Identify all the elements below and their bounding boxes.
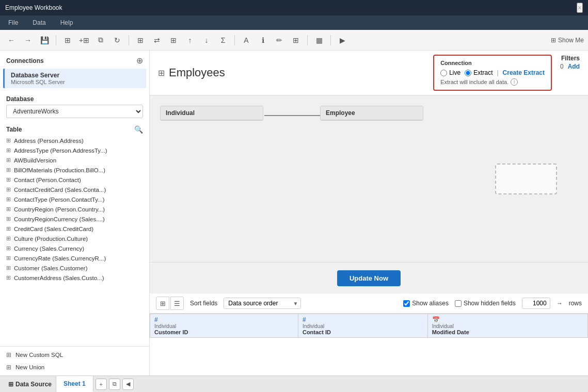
format-button[interactable]: ✏	[272, 33, 287, 47]
show-aliases-checkbox[interactable]: Show aliases	[403, 300, 449, 307]
table-icon: ⊞	[6, 196, 11, 203]
individual-card-title: Individual	[166, 109, 195, 117]
tooltip-button[interactable]: ℹ	[256, 33, 270, 47]
table-item[interactable]: ⊞Contact (Person.Contact)	[0, 175, 149, 185]
connection-box: Connection Live Extract | Create Extract	[433, 55, 552, 91]
custom-sql-icon: ⊞	[6, 351, 11, 358]
menu-help[interactable]: Help	[57, 17, 76, 28]
table-item[interactable]: ⊞Culture (Production.Culture)	[0, 234, 149, 243]
table-item[interactable]: ⊞CustomerAddress (Sales.Custo...)	[0, 273, 149, 283]
table-item[interactable]: ⊞AddressType (Person.AddressTy...)	[0, 145, 149, 155]
group-button[interactable]: ⊞	[166, 33, 181, 47]
connection-note-text: Extract will include all data.	[440, 79, 508, 85]
show-hidden-fields-checkbox[interactable]: Show hidden fields	[455, 300, 516, 307]
rows-input[interactable]: 1000	[522, 298, 550, 309]
col-icon-customer: #	[154, 316, 158, 323]
table-item[interactable]: ⊞BillOfMaterials (Production.BillO...)	[0, 165, 149, 175]
individual-card-header: Individual	[161, 106, 263, 120]
drop-zone[interactable]	[495, 164, 557, 194]
rows-cols-button[interactable]: ⊞	[133, 33, 148, 47]
table-search-button[interactable]: 🔍	[134, 125, 143, 134]
canvas-area: Individual Employee	[150, 95, 588, 263]
table-icon: ⊞	[6, 235, 11, 242]
show-hidden-fields-input[interactable]	[455, 300, 462, 307]
sheet1-tab[interactable]: Sheet 1	[56, 376, 93, 392]
new-union-button[interactable]: ⊞ New Union	[0, 361, 149, 373]
info-icon[interactable]: i	[511, 78, 518, 86]
duplicate-button[interactable]: ⧉	[93, 33, 108, 47]
back-button[interactable]: ←	[4, 33, 19, 47]
sort-select[interactable]: Data source order Alphabetical Name Fiel…	[224, 298, 301, 309]
show-aliases-input[interactable]	[403, 300, 410, 307]
table-item[interactable]: ⊞Customer (Sales.Customer)	[0, 263, 149, 273]
update-now-button[interactable]: Update Now	[337, 270, 401, 286]
present-button[interactable]: ▶	[335, 33, 349, 47]
table-icon: ⊞	[6, 216, 11, 222]
toolbar-sep-1	[56, 35, 56, 45]
extract-label: Extract	[473, 69, 492, 76]
extract-radio-input[interactable]	[465, 70, 471, 76]
show-hidden-fields-label: Show hidden fields	[464, 300, 516, 307]
label-button[interactable]: A	[239, 33, 253, 47]
connection-box-title: Connection	[440, 60, 545, 66]
database-header: Database	[0, 91, 149, 105]
sort-desc-button[interactable]: ↓	[199, 33, 214, 47]
new-datasource-button[interactable]: ⊞	[60, 33, 75, 47]
table-item[interactable]: ⊞ContactType (Person.ContactTy...)	[0, 194, 149, 204]
database-select[interactable]: AdventureWorks	[6, 105, 143, 118]
table-item[interactable]: ⊞Currency (Sales.Currency)	[0, 243, 149, 253]
size-button[interactable]: ⊞	[289, 33, 303, 47]
filters-add-button[interactable]: Add	[568, 63, 580, 70]
individual-table-card[interactable]: Individual	[160, 106, 263, 121]
menu-file[interactable]: File	[5, 17, 21, 28]
data-source-label: Data Source	[15, 381, 52, 388]
right-options: Show aliases Show hidden fields 1000 → r…	[403, 298, 582, 309]
left-panel: Connections ⊕ Database Server Microsoft …	[0, 51, 150, 375]
extract-radio[interactable]: Extract	[465, 69, 492, 76]
sort-asc-button[interactable]: ↑	[183, 33, 197, 47]
update-now-container: Update Now	[150, 263, 588, 293]
table-icon: ⊞	[6, 265, 11, 271]
table-item[interactable]: ⊞AWBuildVersion	[0, 155, 149, 165]
create-extract-link[interactable]: Create Extract	[503, 69, 545, 76]
main-layout: Connections ⊕ Database Server Microsoft …	[0, 51, 588, 375]
menu-data[interactable]: Data	[29, 17, 49, 28]
save-button[interactable]: 💾	[37, 33, 52, 47]
move-left-button[interactable]: ◀	[122, 379, 134, 390]
add-connection-button[interactable]: ⊕	[136, 56, 143, 66]
data-source-tab[interactable]: ⊞ Data Source	[4, 376, 56, 392]
table-item[interactable]: ⊞CountryRegionCurrency (Sales....)	[0, 214, 149, 224]
connection-item[interactable]: Database Server Microsoft SQL Server	[3, 69, 146, 88]
live-radio-input[interactable]	[440, 70, 447, 76]
add-sheet-button[interactable]: +⊞	[77, 33, 91, 47]
live-radio[interactable]: Live	[440, 69, 460, 76]
connection-note: Extract will include all data. i	[440, 78, 545, 86]
show-me-button[interactable]: ⊞ Show Me	[551, 37, 584, 44]
employee-table-card[interactable]: Employee	[320, 106, 423, 121]
new-sheet-button[interactable]: +	[96, 379, 107, 390]
custom-sql-label: New Custom SQL	[15, 352, 63, 358]
duplicate-sheet-button[interactable]: ⧉	[109, 379, 120, 390]
table-item[interactable]: ⊞Address (Person.Address)	[0, 136, 149, 145]
list-view-button[interactable]: ☰	[170, 297, 184, 310]
connection-sub: Microsoft SQL Server	[11, 79, 140, 85]
view-buttons: ⊞ ☰	[156, 297, 184, 310]
chart-button[interactable]: ▦	[312, 33, 326, 47]
table-item[interactable]: ⊞CountryRegion (Person.Country...)	[0, 204, 149, 214]
close-button[interactable]: ×	[577, 3, 583, 13]
join-line	[264, 115, 321, 116]
sum-button[interactable]: Σ	[216, 33, 230, 47]
swap-button[interactable]: ⇄	[150, 33, 164, 47]
refresh-button[interactable]: ↻	[110, 33, 124, 47]
rows-arrow-icon: →	[557, 300, 563, 307]
table-icon: ⊞	[6, 255, 11, 262]
table-item[interactable]: ⊞CurrencyRate (Sales.CurrencyR...)	[0, 253, 149, 263]
right-panel: ⊞ Employees Connection Live Extract	[150, 51, 588, 375]
table-icon: ⊞	[6, 137, 11, 144]
table-item[interactable]: ⊞CreditCard (Sales.CreditCard)	[0, 224, 149, 234]
col-icon-contact: #	[303, 316, 306, 323]
table-item[interactable]: ⊞ContactCreditCard (Sales.Conta...)	[0, 185, 149, 194]
grid-view-button[interactable]: ⊞	[156, 297, 169, 310]
new-custom-sql-button[interactable]: ⊞ New Custom SQL	[0, 349, 149, 361]
forward-button[interactable]: →	[21, 33, 35, 47]
